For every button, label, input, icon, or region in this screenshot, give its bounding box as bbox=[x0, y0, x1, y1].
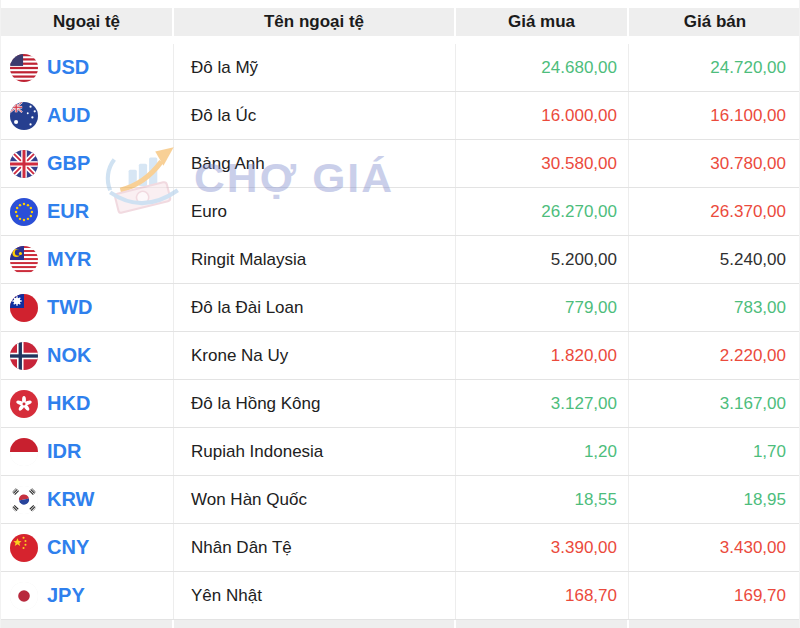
currency-code-link[interactable]: IDR bbox=[47, 440, 81, 463]
buy-price: 30.580,00 bbox=[456, 140, 629, 187]
currency-cell: EUR bbox=[1, 188, 174, 235]
buy-price: 3.390,00 bbox=[456, 524, 629, 571]
sell-price: 26.370,00 bbox=[629, 188, 800, 235]
sell-price: 24.720,00 bbox=[629, 44, 800, 91]
currency-name: Ringit Malaysia bbox=[174, 236, 456, 283]
rates-table-body: USD Đô la Mỹ 24.680,00 24.720,00 AUD Đô … bbox=[1, 44, 799, 620]
currency-cell: HKD bbox=[1, 380, 174, 427]
currency-code-link[interactable]: KRW bbox=[47, 488, 94, 511]
currency-name: Rupiah Indonesia bbox=[174, 428, 456, 475]
buy-price: 779,00 bbox=[456, 284, 629, 331]
currency-name: Euro bbox=[174, 188, 456, 235]
currency-name: Đô la Hồng Kông bbox=[174, 380, 456, 427]
strip-cell bbox=[456, 620, 629, 628]
next-table-header-partial bbox=[1, 620, 799, 628]
flag-cn-icon bbox=[10, 534, 38, 562]
sell-price: 3.167,00 bbox=[629, 380, 800, 427]
table-row: MYR Ringit Malaysia 5.200,00 5.240,00 bbox=[1, 236, 799, 284]
header-buy-price: Giá mua bbox=[456, 8, 629, 36]
currency-code-link[interactable]: MYR bbox=[47, 248, 91, 271]
currency-cell: USD bbox=[1, 44, 174, 91]
currency-name: Nhân Dân Tệ bbox=[174, 524, 456, 571]
flag-au-icon bbox=[10, 102, 38, 130]
table-row: IDR Rupiah Indonesia 1,20 1,70 bbox=[1, 428, 799, 476]
table-row: KRW Won Hàn Quốc 18,55 18,95 bbox=[1, 476, 799, 524]
currency-cell: IDR bbox=[1, 428, 174, 475]
sell-price: 783,00 bbox=[629, 284, 800, 331]
currency-cell: JPY bbox=[1, 572, 174, 619]
buy-price: 5.200,00 bbox=[456, 236, 629, 283]
buy-price: 16.000,00 bbox=[456, 92, 629, 139]
table-row: HKD Đô la Hồng Kông 3.127,00 3.167,00 bbox=[1, 380, 799, 428]
buy-price: 1,20 bbox=[456, 428, 629, 475]
sell-price: 5.240,00 bbox=[629, 236, 800, 283]
currency-cell: MYR bbox=[1, 236, 174, 283]
currency-cell: AUD bbox=[1, 92, 174, 139]
buy-price: 26.270,00 bbox=[456, 188, 629, 235]
flag-eu-icon bbox=[10, 198, 38, 226]
sell-price: 18,95 bbox=[629, 476, 800, 523]
buy-price: 1.820,00 bbox=[456, 332, 629, 379]
buy-price: 18,55 bbox=[456, 476, 629, 523]
currency-name: Đô la Mỹ bbox=[174, 44, 456, 91]
flag-my-icon bbox=[10, 246, 38, 274]
currency-code-link[interactable]: GBP bbox=[47, 152, 90, 175]
strip-cell bbox=[1, 620, 174, 628]
currency-name: Đô la Úc bbox=[174, 92, 456, 139]
strip-cell bbox=[174, 620, 456, 628]
currency-name: Bảng Anh bbox=[174, 140, 456, 187]
table-header: Ngoại tệ Tên ngoại tệ Giá mua Giá bán bbox=[1, 8, 799, 36]
flag-kr-icon bbox=[10, 486, 38, 514]
table-row: NOK Krone Na Uy 1.820,00 2.220,00 bbox=[1, 332, 799, 380]
sell-price: 2.220,00 bbox=[629, 332, 800, 379]
header-currency: Ngoại tệ bbox=[1, 8, 174, 36]
sell-price: 30.780,00 bbox=[629, 140, 800, 187]
currency-cell: KRW bbox=[1, 476, 174, 523]
header-sell-price: Giá bán bbox=[629, 8, 800, 36]
flag-tw-icon bbox=[10, 294, 38, 322]
currency-code-link[interactable]: CNY bbox=[47, 536, 89, 559]
header-currency-name: Tên ngoại tệ bbox=[174, 8, 456, 36]
exchange-rates-table: Ngoại tệ Tên ngoại tệ Giá mua Giá bán CH… bbox=[0, 0, 800, 628]
flag-hk-icon bbox=[10, 390, 38, 418]
table-row: JPY Yên Nhật 168,70 169,70 bbox=[1, 572, 799, 620]
currency-name: Đô la Đài Loan bbox=[174, 284, 456, 331]
currency-cell: NOK bbox=[1, 332, 174, 379]
table-row: GBP Bảng Anh 30.580,00 30.780,00 bbox=[1, 140, 799, 188]
sell-price: 169,70 bbox=[629, 572, 800, 619]
flag-no-icon bbox=[10, 342, 38, 370]
buy-price: 24.680,00 bbox=[456, 44, 629, 91]
currency-code-link[interactable]: TWD bbox=[47, 296, 93, 319]
currency-code-link[interactable]: USD bbox=[47, 56, 89, 79]
currency-name: Won Hàn Quốc bbox=[174, 476, 456, 523]
currency-code-link[interactable]: JPY bbox=[47, 584, 85, 607]
buy-price: 3.127,00 bbox=[456, 380, 629, 427]
table-row: TWD Đô la Đài Loan 779,00 783,00 bbox=[1, 284, 799, 332]
sell-price: 1,70 bbox=[629, 428, 800, 475]
currency-name: Krone Na Uy bbox=[174, 332, 456, 379]
currency-cell: CNY bbox=[1, 524, 174, 571]
flag-us-icon bbox=[10, 54, 38, 82]
currency-cell: GBP bbox=[1, 140, 174, 187]
sell-price: 3.430,00 bbox=[629, 524, 800, 571]
currency-code-link[interactable]: NOK bbox=[47, 344, 91, 367]
currency-code-link[interactable]: EUR bbox=[47, 200, 89, 223]
table-row: CNY Nhân Dân Tệ 3.390,00 3.430,00 bbox=[1, 524, 799, 572]
table-row: AUD Đô la Úc 16.000,00 16.100,00 bbox=[1, 92, 799, 140]
strip-cell bbox=[629, 620, 800, 628]
flag-jp-icon bbox=[10, 582, 38, 610]
currency-cell: TWD bbox=[1, 284, 174, 331]
flag-gb-icon bbox=[10, 150, 38, 178]
table-row: USD Đô la Mỹ 24.680,00 24.720,00 bbox=[1, 44, 799, 92]
flag-id-icon bbox=[10, 438, 38, 466]
currency-code-link[interactable]: AUD bbox=[47, 104, 90, 127]
buy-price: 168,70 bbox=[456, 572, 629, 619]
sell-price: 16.100,00 bbox=[629, 92, 800, 139]
table-row: EUR Euro 26.270,00 26.370,00 bbox=[1, 188, 799, 236]
currency-name: Yên Nhật bbox=[174, 572, 456, 619]
currency-code-link[interactable]: HKD bbox=[47, 392, 90, 415]
